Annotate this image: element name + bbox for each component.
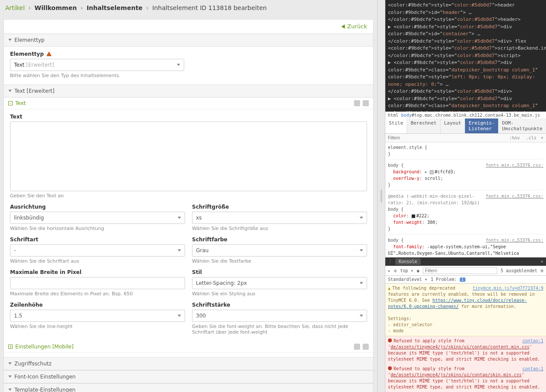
tab-ereignis[interactable]: Ereignis-Listener <box>465 118 499 133</box>
styles-pane[interactable]: element.style {} fonts.min.c…53376.css: … <box>385 142 546 257</box>
move-icon[interactable] <box>363 344 369 350</box>
select-schriftart[interactable]: - <box>10 244 185 257</box>
label-stil: Stil <box>192 269 367 275</box>
hov-toggle[interactable]: :hov <box>508 135 522 141</box>
context-select[interactable]: top ▾ <box>400 268 413 273</box>
chevron-down-icon <box>8 39 12 41</box>
error-icon <box>388 338 392 342</box>
add-rule-icon[interactable]: + <box>541 135 543 140</box>
styles-filter: :hov .cls + <box>385 134 546 142</box>
textarea-text[interactable] <box>10 122 367 191</box>
tab-dom[interactable]: DOM-Umschaltpunkte <box>499 118 546 133</box>
help-text: Geben Sie den Text an <box>10 193 367 199</box>
chevron-down-icon <box>8 375 12 378</box>
eye-icon[interactable]: ◉ <box>417 268 419 273</box>
styles-tabs: Stile Berechnet Layout Ereignis-Listener… <box>385 118 546 134</box>
section-text-erweitert[interactable]: Text [Erweitert] <box>4 84 373 98</box>
breadcrumb: Artikel › Willkommen › Inhaltselemente ›… <box>0 0 377 16</box>
console-toolbar: ▸ ⊘ top ▾ ◉ 5 ausgeblendet ⚙ <box>385 266 546 276</box>
sub-label-text: Text <box>15 100 26 106</box>
select-schriftstaerke[interactable]: 300 <box>192 310 367 322</box>
select-elementtyp[interactable]: Text [Erweitert] <box>10 59 184 71</box>
label-ausrichtung: Ausrichtung <box>10 204 185 210</box>
source-link[interactable]: tinymce.min.js?v=d7f71974:9 <box>472 285 543 291</box>
chevron-down-icon <box>8 389 12 391</box>
dom-breadcrumb[interactable]: html body#top.mac.chrome.blink.ch112.con… <box>385 112 546 118</box>
select-schriftgroesse[interactable]: xs <box>192 212 367 224</box>
console-warning: tinymce.min.js?v=d7f71974:9 ▲The followi… <box>385 284 546 336</box>
console-tab[interactable]: Konsole <box>395 258 421 265</box>
chevron-down-icon <box>8 90 12 92</box>
select-schriftfarbe[interactable]: Grau <box>192 244 367 257</box>
tab-layout[interactable]: Layout <box>441 118 465 133</box>
add-icon[interactable] <box>354 100 360 106</box>
select-zeilenhoehe[interactable]: 1.5 <box>10 310 185 322</box>
kebab-icon[interactable]: ⋮ <box>388 259 393 264</box>
warning-icon: ▲ <box>388 286 391 291</box>
label-schriftart: Schriftart <box>10 237 185 243</box>
hidden-count: 5 ausgeblendet <box>501 268 537 273</box>
help-elementtyp: Bitte wählen Sie den Typ des Inhaltselem… <box>10 73 367 78</box>
cls-toggle[interactable]: .cls <box>524 135 538 141</box>
chevron-down-icon <box>8 362 12 365</box>
section-elementtyp[interactable]: Elementtyp <box>4 34 373 47</box>
label-elementtyp: Elementtyp <box>10 51 44 57</box>
label-schriftgroesse: Schriftgröße <box>192 204 367 210</box>
label-zeilenhoehe: Zeilenhöhe <box>10 302 185 308</box>
resize-handle[interactable] <box>377 0 385 392</box>
subsection-text: – Text <box>4 98 373 109</box>
problems-label[interactable]: 1 Problem: 1 <box>431 277 465 282</box>
console-filter[interactable] <box>423 267 497 274</box>
main-panel: Zurück Elementtyp Elementtyp Text [Erwei… <box>3 19 374 392</box>
label-schriftfarbe: Schriftfarbe <box>192 237 367 243</box>
tab-berechnet[interactable]: Berechnet <box>407 118 441 133</box>
clear-icon[interactable]: ⊘ <box>394 268 397 273</box>
warning-icon <box>47 51 52 56</box>
filter-input[interactable] <box>388 135 505 140</box>
level-select[interactable]: Standardlevel ▾ <box>388 277 427 282</box>
error-icon <box>388 366 392 370</box>
play-icon[interactable]: ▸ <box>388 268 391 273</box>
section-fonticon[interactable]: Font-Icon Einstellungen <box>4 370 373 383</box>
section-template[interactable]: Template-Einstellungen <box>4 383 373 392</box>
console-level-row: Standardlevel ▾ 1 Problem: 1 <box>385 276 546 284</box>
tab-stile[interactable]: Stile <box>385 118 407 133</box>
close-icon[interactable]: × <box>540 259 543 264</box>
elements-tree[interactable]: <color:#9bdcfe">style="color:#5db0d7">he… <box>385 0 546 112</box>
label-text: Text <box>10 114 367 120</box>
breadcrumb-root[interactable]: Artikel <box>5 4 25 11</box>
section-zugriffsschutz[interactable]: Zugriffsschutz <box>4 357 373 370</box>
move-icon[interactable] <box>363 100 369 106</box>
gear-icon[interactable]: ⚙ <box>541 268 543 273</box>
source-link[interactable]: contao:1 <box>522 338 543 344</box>
console-head: ⋮ Konsole × <box>385 257 546 266</box>
label-schriftstaerke: Schriftstärke <box>192 302 367 308</box>
breadcrumb-path2[interactable]: Inhaltselemente <box>87 4 142 11</box>
subsection-einstellungen-mobile: + Einstellungen [Mobile] <box>4 341 373 353</box>
expand-icon[interactable]: + <box>8 345 13 349</box>
back-button[interactable]: Zurück <box>341 23 367 30</box>
breadcrumb-current: Inhaltselement ID 113818 bearbeiten <box>152 4 267 11</box>
source-link[interactable]: contao:1 <box>522 366 543 372</box>
console-error-2: contao:1 Refused to apply style from 'de… <box>385 364 546 392</box>
collapse-icon[interactable]: – <box>8 101 13 105</box>
label-maxbreite: Maximale Breite in Pixel <box>10 269 185 275</box>
breadcrumb-path1[interactable]: Willkommen <box>34 4 77 11</box>
add-icon[interactable] <box>354 344 360 350</box>
select-stil[interactable]: Letter-Spacing: 2px <box>192 277 367 289</box>
input-maxbreite[interactable] <box>10 277 185 289</box>
sub-label-mobile: Einstellungen [Mobile] <box>15 344 74 350</box>
console-error-1: contao:1 Refused to apply style from 'de… <box>385 336 546 364</box>
arrow-left-icon <box>341 24 345 29</box>
devtools-panel: <color:#9bdcfe">style="color:#5db0d7">he… <box>385 0 546 392</box>
select-ausrichtung[interactable]: linksbündig <box>10 212 185 224</box>
